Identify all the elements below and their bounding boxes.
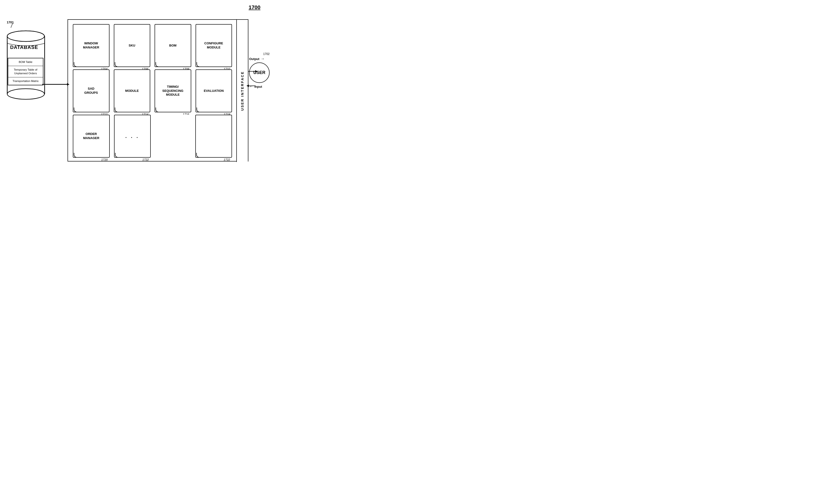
module-dots-1: . . . 1722 — [114, 115, 151, 158]
module-tail — [197, 108, 204, 112]
module-label: SAD GROUPS — [84, 86, 99, 96]
module-num: 1722 — [223, 158, 230, 161]
module-label: MODULE — [124, 88, 140, 94]
module-module: MODULE 1714 — [114, 70, 150, 112]
module-row-2: SAD GROUPS 1712 MODULE 1714 TIMING/ SEQU… — [73, 70, 232, 112]
module-tail — [115, 108, 122, 112]
module-tail — [115, 62, 122, 67]
ui-label-bar: USER INTERFACE — [236, 20, 248, 162]
module-label: EVALUATION — [203, 88, 225, 94]
user-circle: USER — [249, 62, 270, 83]
module-empty-2: 1722 — [195, 115, 232, 158]
module-bom: BOM 1708 — [154, 24, 191, 67]
modules-grid: WINDOW MANAGER 1704 SKU 1706 BOM 1708 CO… — [68, 20, 237, 162]
input-area: ← Input — [249, 84, 270, 89]
figure-number: 1700 — [248, 4, 261, 11]
module-tail — [156, 62, 163, 67]
arrow-left-icon: ← — [249, 84, 253, 89]
module-tail — [115, 153, 122, 158]
output-area: Output → 1702 — [249, 56, 270, 61]
module-tail — [196, 153, 204, 158]
module-window-manager: WINDOW MANAGER 1704 — [73, 24, 109, 67]
module-order-manager: ORDER MANAGER 1720 — [73, 115, 110, 158]
module-num: 1722 — [142, 158, 149, 161]
output-label: Output — [249, 57, 260, 61]
user-ref: 1702 — [263, 52, 270, 56]
svg-point-2 — [7, 89, 44, 99]
ui-label-text: USER INTERFACE — [240, 71, 244, 111]
db-ref-label: 1701 — [7, 20, 14, 24]
module-timing-sequencing: TIMING/ SEQUENCING MODULE 1716 — [154, 70, 191, 112]
module-label: TIMING/ SEQUENCING MODULE — [161, 84, 184, 98]
module-evaluation: EVALUATION 1718 — [196, 70, 232, 112]
arrow-right-icon: → — [261, 56, 265, 61]
user-section: Output → 1702 USER ← Input — [249, 56, 270, 89]
user-label: USER — [253, 70, 265, 75]
module-tail — [156, 108, 163, 112]
module-tail — [74, 108, 81, 112]
module-num: 1720 — [101, 158, 108, 161]
module-label: ORDER MANAGER — [82, 131, 100, 141]
diagram: 1700 1701 DATABASE BOM Table Temporary T… — [0, 0, 275, 168]
module-label: SKU — [128, 43, 136, 49]
main-box: WINDOW MANAGER 1704 SKU 1706 BOM 1708 CO… — [68, 19, 248, 161]
module-empty-1 — [155, 115, 191, 158]
module-tail — [74, 62, 81, 67]
svg-point-4 — [7, 31, 44, 41]
module-sku: SKU 1706 — [114, 24, 150, 67]
module-row-1: WINDOW MANAGER 1704 SKU 1706 BOM 1708 CO… — [73, 24, 232, 67]
module-configure: CONFIGURE MODULE 1710 — [196, 24, 232, 67]
module-row-3: ORDER MANAGER 1720 . . . 1722 1722 — [73, 115, 232, 158]
module-label: WINDOW MANAGER — [82, 40, 100, 50]
database-tables: BOM Table Temporary Table of Unplanned O… — [8, 58, 43, 85]
dots-label: . . . — [125, 134, 139, 139]
db-table-temp: Temporary Table of Unplanned Orders — [8, 66, 43, 78]
module-tail — [74, 153, 81, 158]
database-title: DATABASE — [5, 44, 43, 50]
module-tail — [197, 62, 204, 67]
db-table-bom: BOM Table — [8, 58, 43, 66]
module-label: BOM — [168, 43, 178, 49]
db-table-transport: Transportation Matrix — [8, 78, 43, 85]
input-label: Input — [254, 85, 262, 89]
module-sad-groups: SAD GROUPS 1712 — [73, 70, 109, 112]
module-label: CONFIGURE MODULE — [203, 40, 224, 50]
